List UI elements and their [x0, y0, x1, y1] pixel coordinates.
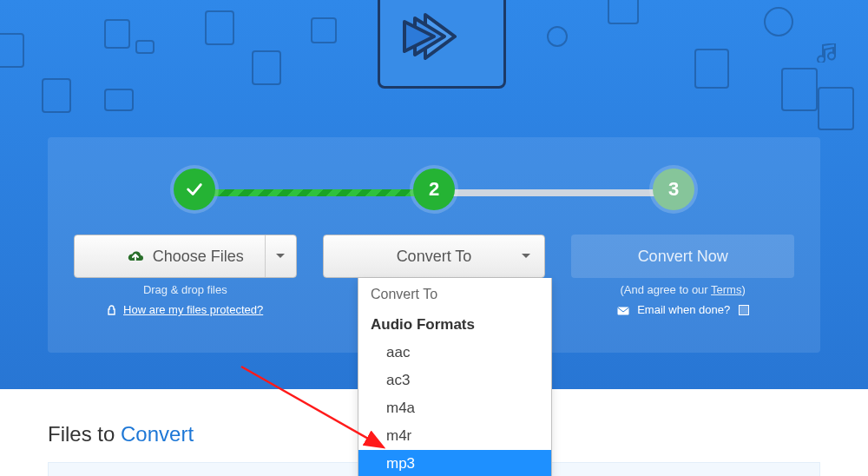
- now-sub: (And agree to our Terms) Email when done…: [571, 283, 794, 318]
- files-heading-pre: Files to: [48, 422, 121, 446]
- step-3: 3: [653, 169, 694, 210]
- dropdown-group: Audio Formats: [358, 313, 551, 339]
- choose-files-caret[interactable]: [265, 235, 296, 277]
- music-icon: [816, 43, 840, 63]
- decorative-icon: [764, 7, 793, 36]
- choose-sub: Drag & drop files How are my files prote…: [74, 283, 297, 318]
- decorative-icon: [608, 0, 639, 24]
- svg-rect-3: [617, 307, 628, 315]
- decorative-icon: [135, 40, 155, 54]
- option-ac3[interactable]: ac3: [358, 367, 551, 394]
- action-row: Choose Files Convert To Convert Now: [74, 235, 794, 278]
- agree-pre: (And agree to our: [621, 283, 712, 296]
- option-mp3[interactable]: mp3: [358, 450, 551, 476]
- email-checkbox[interactable]: [739, 305, 749, 315]
- decorative-icon: [0, 33, 24, 68]
- decorative-icon: [104, 89, 134, 111]
- mail-icon: [617, 305, 629, 318]
- upload-cloud-icon: [127, 249, 144, 263]
- progress-done: [194, 189, 434, 196]
- decorative-icon: [104, 19, 130, 49]
- convert-now-button[interactable]: Convert Now: [571, 235, 794, 278]
- convert-now-label: Convert Now: [638, 248, 728, 266]
- option-m4r[interactable]: m4r: [358, 422, 551, 450]
- files-protected-link[interactable]: How are my files protected?: [123, 303, 263, 316]
- step-1: [174, 169, 215, 210]
- chevron-down-icon: [522, 254, 530, 262]
- decorative-icon: [547, 26, 568, 47]
- app-logo-icon: [378, 0, 506, 89]
- convert-to-label: Convert To: [397, 248, 472, 266]
- terms-link[interactable]: Terms: [711, 283, 741, 296]
- decorative-icon: [252, 50, 281, 85]
- decorative-icon: [42, 78, 71, 113]
- lock-icon: [107, 305, 116, 318]
- agree-post: ): [741, 283, 745, 296]
- choose-files-button[interactable]: Choose Files: [74, 235, 297, 278]
- decorative-icon: [781, 68, 818, 111]
- convert-to-button[interactable]: Convert To: [323, 235, 546, 278]
- choose-files-label: Choose Files: [153, 248, 244, 266]
- decorative-icon: [694, 49, 729, 89]
- decorative-icon: [818, 87, 854, 130]
- convert-to-dropdown: Convert To Audio Formats aac ac3 m4a m4r…: [358, 278, 552, 476]
- option-m4a[interactable]: m4a: [358, 394, 551, 422]
- option-aac[interactable]: aac: [358, 339, 551, 367]
- dragdrop-text: Drag & drop files: [74, 283, 297, 296]
- steps: 2 3: [174, 169, 694, 217]
- dropdown-title: Convert To: [358, 278, 551, 313]
- decorative-icon: [205, 10, 234, 45]
- check-icon: [185, 180, 204, 199]
- decorative-icon: [311, 17, 337, 43]
- step-2: 2: [413, 169, 455, 210]
- email-label: Email when done?: [637, 303, 730, 316]
- chevron-down-icon: [276, 254, 285, 262]
- files-heading-accent: Convert: [121, 422, 194, 446]
